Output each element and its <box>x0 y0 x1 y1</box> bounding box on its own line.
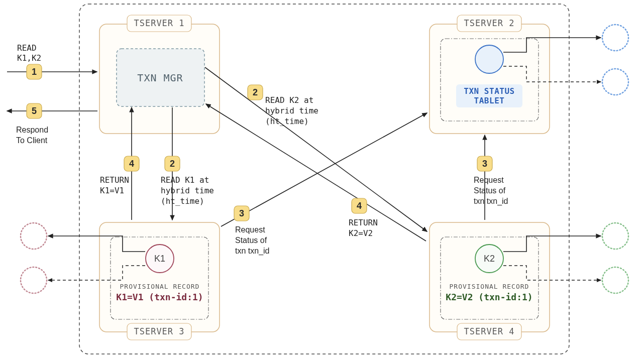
step-2-k2-desc-l1: READ K2 at <box>265 95 313 105</box>
k1-provisional-value: K1=V1 (txn-id:1) <box>116 292 203 302</box>
step-4-k1-badge: 4 <box>129 159 134 169</box>
step-3-left-desc-l1: Request <box>235 225 265 234</box>
step-2-k2-badge: 2 <box>253 87 258 97</box>
step-3-left-desc-l2: Status of <box>235 236 267 245</box>
tserver-4-title: TSERVER 4 <box>464 326 514 336</box>
step-5-desc-l2: To Client <box>16 136 48 145</box>
tserver-1: TSERVER 1 TXN MGR <box>99 15 220 134</box>
k2-label: K2 <box>484 254 495 264</box>
txn-status-tablet-icon <box>475 45 503 73</box>
step-4-k2-desc-l1: RETURN <box>349 218 378 227</box>
step-1: READ K1,K2 1 <box>17 43 42 79</box>
step-3-right-desc-l1: Request <box>474 176 504 184</box>
txn-status-label-l2: TABLET <box>474 96 505 105</box>
step-1-desc-l2: K1,K2 <box>17 53 41 63</box>
step-2-k1-badge: 2 <box>170 159 175 169</box>
k1-provisional-label: PROVISIONAL RECORD <box>120 283 200 290</box>
step-4-k1-desc-l1: RETURN <box>100 175 129 185</box>
step-3-left-badge: 3 <box>239 208 244 218</box>
replica-green-1-icon <box>602 223 628 249</box>
step-1-badge: 1 <box>32 67 37 77</box>
svg-rect-7 <box>430 222 550 332</box>
tserver-3-title: TSERVER 3 <box>134 326 184 336</box>
step-3-right-desc-l2: Status of <box>474 186 506 195</box>
tserver-3: TSERVER 3 K1 PROVISIONAL RECORD K1=V1 (t… <box>48 222 220 340</box>
tserver-1-title: TSERVER 1 <box>134 18 184 28</box>
step-3-right-badge: 3 <box>482 159 487 169</box>
step-4-k2-desc-l2: K2=V2 <box>349 228 373 238</box>
tserver-4: TSERVER 4 K2 PROVISIONAL RECORD K2=V2 (t… <box>430 222 601 340</box>
step-2-k1-desc-l3: (ht_time) <box>161 196 204 206</box>
replica-red-2-icon <box>21 267 47 293</box>
tserver-2: TSERVER 2 TXN STATUS TABLET <box>430 15 601 134</box>
replica-red-1-icon <box>21 223 47 249</box>
txn-mgr-label: TXN MGR <box>137 72 183 84</box>
step-5-desc-l1: Respond <box>16 126 48 134</box>
step-2-k1-desc-l2: hybrid time <box>161 186 214 195</box>
txn-status-label-l1: TXN STATUS <box>464 86 514 96</box>
step-5-badge: 5 <box>32 106 37 116</box>
step-1-desc-l1: READ <box>17 43 37 53</box>
replica-blue-2-icon <box>602 69 628 95</box>
svg-rect-5 <box>99 222 220 332</box>
replica-green-2-icon <box>602 267 628 293</box>
svg-rect-2 <box>430 24 550 134</box>
tserver-2-title: TSERVER 2 <box>464 18 514 28</box>
k2-provisional-label: PROVISIONAL RECORD <box>450 283 529 290</box>
step-4-k1-desc-l2: K1=V1 <box>100 186 124 195</box>
step-2-k2-desc-l3: (ht_time) <box>265 116 309 126</box>
step-3-left-desc-l3: txn txn_id <box>235 247 269 256</box>
k1-label: K1 <box>154 254 165 264</box>
step-3-right-desc-l3: txn txn_id <box>474 197 508 206</box>
step-2-k2-desc-l2: hybrid time <box>265 106 318 115</box>
step-4-k2-badge: 4 <box>357 201 362 211</box>
step-5: 5 Respond To Client <box>16 103 48 145</box>
k2-provisional-value: K2=V2 (txn-id:1) <box>446 292 532 302</box>
step-2-k1-desc-l1: READ K1 at <box>161 175 209 185</box>
replica-blue-1-icon <box>602 25 628 51</box>
